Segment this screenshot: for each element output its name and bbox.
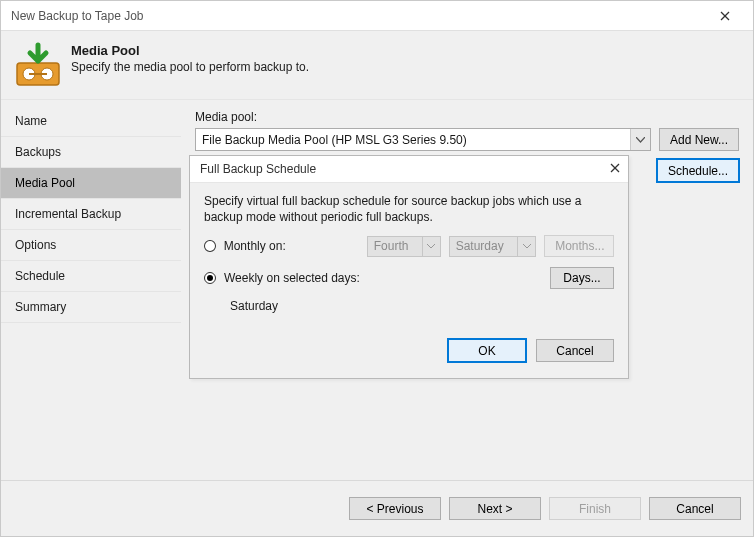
add-new-button[interactable]: Add New... (659, 128, 739, 151)
chevron-down-icon (517, 237, 535, 256)
svg-rect-5 (29, 73, 47, 75)
media-pool-icon (15, 41, 61, 87)
page-subtitle: Specify the media pool to perform backup… (71, 60, 309, 74)
wizard-header: Media Pool Specify the media pool to per… (1, 31, 753, 99)
sidebar-item-options[interactable]: Options (1, 230, 181, 261)
previous-button[interactable]: < Previous (349, 497, 441, 520)
title-bar: New Backup to Tape Job (1, 1, 753, 31)
schedule-button[interactable]: Schedule... (657, 159, 739, 182)
close-icon (720, 11, 730, 21)
chevron-down-icon (630, 129, 650, 150)
page-title: Media Pool (71, 43, 309, 58)
cancel-button[interactable]: Cancel (649, 497, 741, 520)
monthly-radio[interactable] (204, 240, 216, 252)
sidebar-item-media-pool[interactable]: Media Pool (1, 168, 181, 199)
dialog-close-button[interactable] (610, 162, 620, 176)
monthly-ordinal-select: Fourth (367, 236, 441, 257)
dialog-cancel-button[interactable]: Cancel (536, 339, 614, 362)
finish-button: Finish (549, 497, 641, 520)
wizard-content: Media pool: File Backup Media Pool (HP M… (181, 100, 753, 480)
dialog-ok-button[interactable]: OK (448, 339, 526, 362)
wizard-footer: < Previous Next > Finish Cancel (1, 480, 753, 536)
monthly-radio-label: Monthly on: (224, 239, 359, 253)
sidebar-item-backups[interactable]: Backups (1, 137, 181, 168)
window-title: New Backup to Tape Job (11, 9, 705, 23)
weekly-radio[interactable] (204, 272, 216, 284)
wizard-window: New Backup to Tape Job Media Pool Specif… (0, 0, 754, 537)
media-pool-select[interactable]: File Backup Media Pool (HP MSL G3 Series… (195, 128, 651, 151)
next-button[interactable]: Next > (449, 497, 541, 520)
dialog-title: Full Backup Schedule (200, 162, 316, 176)
weekly-selected-days: Saturday (230, 299, 614, 313)
dialog-description: Specify virtual full backup schedule for… (204, 193, 614, 225)
sidebar-item-summary[interactable]: Summary (1, 292, 181, 323)
close-icon (610, 163, 620, 173)
media-pool-select-value: File Backup Media Pool (HP MSL G3 Series… (202, 133, 467, 147)
wizard-sidebar: Name Backups Media Pool Incremental Back… (1, 100, 181, 480)
sidebar-item-incremental-backup[interactable]: Incremental Backup (1, 199, 181, 230)
days-button[interactable]: Days... (550, 267, 614, 289)
weekly-radio-label: Weekly on selected days: (224, 271, 542, 285)
full-backup-schedule-dialog: Full Backup Schedule Specify virtual ful… (189, 155, 629, 379)
window-close-button[interactable] (705, 3, 745, 29)
chevron-down-icon (422, 237, 440, 256)
monthly-day-select: Saturday (449, 236, 537, 257)
sidebar-item-name[interactable]: Name (1, 106, 181, 137)
months-button: Months... (544, 235, 614, 257)
media-pool-label: Media pool: (195, 110, 739, 124)
sidebar-item-schedule[interactable]: Schedule (1, 261, 181, 292)
